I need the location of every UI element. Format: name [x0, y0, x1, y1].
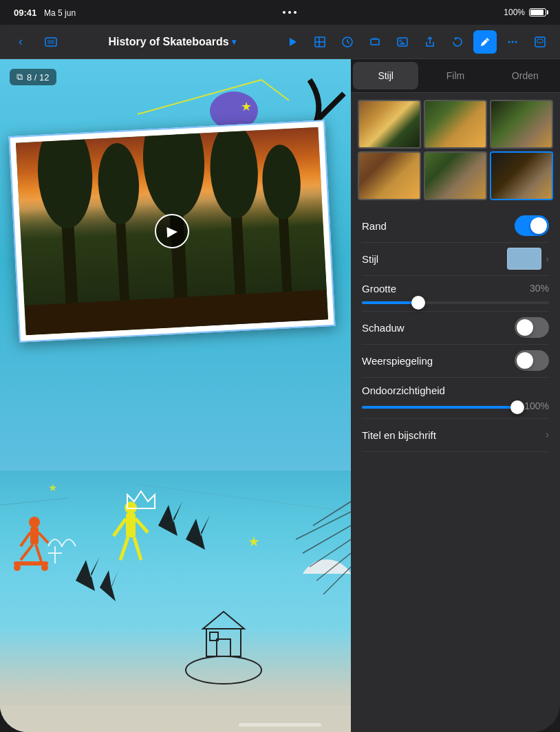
svg-text:★: ★	[48, 482, 57, 493]
svg-rect-20	[537, 39, 543, 43]
svg-rect-1	[47, 40, 54, 44]
svg-marker-70	[203, 612, 244, 629]
svg-point-36	[140, 127, 207, 220]
back-button[interactable]: ‹	[8, 30, 33, 54]
svg-point-38	[208, 127, 260, 219]
thumbnail-5[interactable]	[424, 151, 487, 200]
thumbnail-4[interactable]	[358, 151, 421, 200]
svg-marker-60	[186, 515, 210, 550]
grootte-header: Grootte 30%	[362, 283, 549, 294]
svg-marker-62	[100, 570, 118, 601]
svg-rect-9	[371, 39, 379, 45]
rand-label: Rand	[362, 220, 387, 232]
svg-point-32	[35, 127, 95, 230]
title-text: History of Skateboards	[108, 36, 228, 48]
skate-art-area: ★ ★	[0, 471, 351, 732]
status-bar: 09:41 Ma 5 jun 100%	[0, 0, 560, 25]
thumbnail-grid	[351, 93, 560, 204]
tab-bar: Stijl Film Orden	[351, 59, 560, 93]
photo-frame[interactable]: ▶	[8, 120, 335, 343]
weerspiegeling-value	[515, 350, 549, 371]
slide-counter-text: 8 / 12	[27, 72, 50, 83]
svg-marker-61	[76, 557, 100, 591]
thumbnail-1[interactable]	[358, 100, 421, 149]
svg-line-68	[313, 502, 351, 526]
svg-line-22	[261, 80, 289, 100]
svg-point-40	[261, 144, 303, 220]
ondoorzichtigheid-slider[interactable]	[362, 406, 517, 409]
tab-film[interactable]: Film	[422, 62, 488, 89]
thumbnail-3[interactable]	[490, 100, 553, 149]
grootte-row: Grootte 30%	[362, 276, 549, 312]
refresh-button[interactable]	[446, 30, 469, 54]
stijl-value[interactable]: ›	[507, 248, 549, 270]
svg-point-51	[14, 564, 21, 571]
title-chevron: ▾	[232, 37, 236, 47]
grootte-label: Grootte	[362, 283, 396, 294]
tab-orden[interactable]: Orden	[493, 62, 558, 89]
rand-toggle[interactable]	[515, 215, 549, 236]
canvas-area[interactable]: ⧉ 8 / 12 ★ ★	[0, 59, 351, 732]
weerspiegeling-row: Weerspiegeling	[362, 345, 549, 378]
svg-point-44	[29, 517, 40, 528]
status-right: 100%	[504, 8, 546, 17]
thumbnail-6[interactable]	[490, 151, 553, 200]
status-time: 09:41 Ma 5 jun	[14, 8, 76, 18]
titel-row[interactable]: Titel en bijschrift ›	[362, 419, 549, 452]
battery-percent: 100%	[504, 8, 525, 17]
svg-rect-54	[126, 513, 136, 537]
grootte-thumb[interactable]	[411, 296, 425, 310]
style-swatch	[507, 248, 541, 270]
stijl-chevron: ›	[546, 253, 549, 264]
save-button[interactable]	[528, 30, 552, 54]
svg-point-12	[399, 39, 402, 42]
ondoorzichtigheid-row: Ondoorzichtigheid 100%	[362, 378, 549, 419]
ondoorzichtigheid-fill	[362, 406, 517, 409]
ondoorzichtigheid-label: Ondoorzichtigheid	[362, 385, 445, 396]
canvas-background: ⧉ 8 / 12 ★ ★	[0, 59, 351, 732]
svg-line-42	[0, 498, 69, 505]
grootte-slider[interactable]	[362, 301, 549, 304]
svg-line-46	[39, 532, 48, 543]
thumbnail-2[interactable]	[424, 100, 487, 149]
clock-button[interactable]	[336, 30, 359, 54]
pen-button[interactable]	[473, 30, 497, 54]
scroll-indicator	[239, 723, 321, 726]
schaduw-toggle[interactable]	[515, 317, 549, 338]
svg-point-18	[515, 41, 517, 43]
document-title[interactable]: History of Skateboards ▾	[69, 36, 275, 48]
svg-line-47	[21, 532, 30, 546]
svg-rect-71	[217, 639, 230, 656]
ondoorzichtigheid-thumb[interactable]	[510, 400, 524, 414]
svg-point-73	[186, 656, 261, 684]
rand-row: Rand	[362, 210, 549, 243]
svg-line-49	[36, 544, 41, 561]
more-button[interactable]	[501, 30, 524, 54]
svg-line-56	[114, 519, 126, 536]
play-button[interactable]	[281, 30, 304, 54]
svg-line-64	[303, 526, 351, 553]
schaduw-value	[515, 317, 549, 338]
weerspiegeling-label: Weerspiegeling	[362, 355, 433, 367]
svg-point-16	[508, 41, 510, 43]
svg-text:★: ★	[241, 100, 252, 114]
layers-button[interactable]	[363, 30, 387, 54]
weerspiegeling-toggle[interactable]	[515, 350, 549, 371]
table-button[interactable]	[308, 30, 332, 54]
svg-rect-45	[30, 527, 39, 544]
media-button[interactable]	[391, 30, 414, 54]
svg-text:★: ★	[248, 534, 260, 549]
svg-line-48	[21, 544, 33, 560]
share-button[interactable]	[418, 30, 442, 54]
properties-section: Rand Stijl › Grootte 30%	[351, 204, 560, 732]
tab-stijl[interactable]: Stijl	[353, 62, 418, 89]
svg-rect-10	[372, 38, 378, 39]
svg-line-21	[138, 80, 261, 114]
ondoorzichtigheid-header: Ondoorzichtigheid	[362, 385, 549, 396]
slides-button[interactable]	[39, 30, 63, 54]
grootte-fill	[362, 301, 418, 304]
titel-label: Titel en bijschrift	[362, 429, 436, 441]
stijl-label: Stijl	[362, 253, 378, 265]
ondoorzichtigheid-value: 100%	[524, 400, 549, 411]
stijl-row[interactable]: Stijl ›	[362, 243, 549, 276]
